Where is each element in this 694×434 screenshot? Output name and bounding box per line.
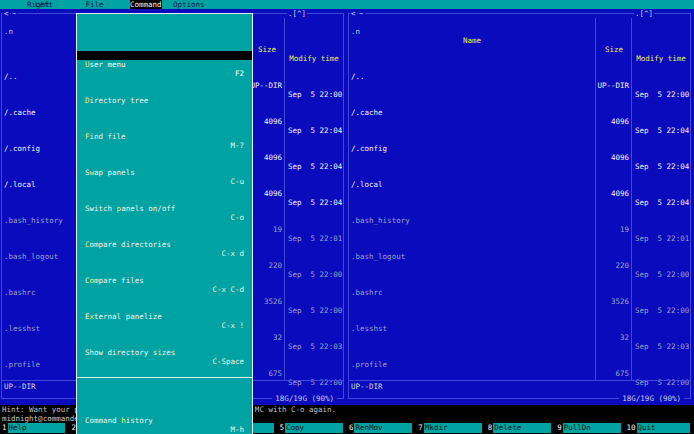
function-key-number: 7 <box>416 423 424 433</box>
menu-item-label: Swap panels <box>85 168 135 177</box>
menu-item[interactable]: User menu F2 <box>77 51 252 60</box>
file-row[interactable]: .lesshst 32 Sep 5 22:03 <box>349 315 692 324</box>
free-space-indicator: 18G/19G (90%) <box>619 394 684 403</box>
file-modify-time: Sep 5 22:01 <box>635 234 689 243</box>
file-row[interactable]: .bash_logout 220 Sep 5 22:00 <box>349 243 692 252</box>
file-size: 19 <box>595 225 629 234</box>
file-size: 4096 <box>595 153 629 162</box>
file-modify-time: Sep 5 22:04 <box>288 198 342 207</box>
file-row[interactable]: .bashrc 3526 Sep 5 22:00 <box>349 279 692 288</box>
file-name: .profile <box>351 360 387 369</box>
file-size: UP--DIR <box>595 81 629 90</box>
menu-item-shortcut: M-h <box>230 425 244 434</box>
panel-header: .n Name Size Modify time <box>349 18 692 27</box>
menu-item-label: Directory tree <box>85 96 148 105</box>
menu-item-label: Find file <box>85 132 126 141</box>
function-key-button[interactable]: 9 PullDn <box>555 423 624 433</box>
function-key-button[interactable]: 7 Mkdir <box>416 423 485 433</box>
file-modify-time: Sep 5 22:03 <box>635 342 689 351</box>
cd-up-icon[interactable]: .[^] <box>634 9 654 18</box>
menu-item-label: Compare directories <box>85 240 171 249</box>
file-row[interactable]: .bash_history 19 Sep 5 22:01 <box>349 207 692 216</box>
menu-item[interactable]: Directory tree <box>77 87 252 96</box>
file-name: /.local <box>351 180 383 189</box>
file-name: /.config <box>4 144 40 153</box>
file-name: .bash_logout <box>351 252 405 261</box>
menu-item-label: Compare files <box>85 276 144 285</box>
menu-item-shortcut: C-o <box>230 213 244 222</box>
file-name: /.local <box>4 180 36 189</box>
file-panel-right: < ~ .[^] .n Name Size Modify time /.. UP… <box>347 9 694 405</box>
file-row[interactable]: /.cache 4096 Sep 5 22:04 <box>349 99 692 108</box>
file-name: .bash_logout <box>4 252 58 261</box>
file-size: 4096 <box>248 117 282 126</box>
function-key-button[interactable]: 6 RenMov <box>347 423 416 433</box>
function-key-number: 5 <box>278 423 286 433</box>
file-modify-time: Sep 5 22:04 <box>635 198 689 207</box>
mini-status-separator <box>349 380 691 381</box>
menu-item[interactable]: Compare files C-x C-d <box>77 267 252 276</box>
file-row[interactable]: /.. UP--DIR Sep 5 22:00 <box>349 63 692 72</box>
menu-item[interactable] <box>77 375 252 380</box>
file-modify-time: Sep 5 22:00 <box>635 306 689 315</box>
function-key-label: Delete <box>493 423 551 433</box>
file-size: 220 <box>595 261 629 270</box>
file-size: 32 <box>595 333 629 342</box>
function-key-button[interactable]: 10 Quit <box>625 423 694 433</box>
file-row[interactable]: /.local 4096 Sep 5 22:04 <box>349 171 692 180</box>
file-row[interactable]: .profile 675 Sep 5 22:00 <box>349 351 692 360</box>
history-back-icon[interactable]: < <box>3 9 10 18</box>
file-name: /.cache <box>4 108 36 117</box>
file-name: .bashrc <box>4 288 36 297</box>
file-modify-time: Sep 5 22:03 <box>288 342 342 351</box>
midnight-commander-screen: Left File Command Options Right < ~ .[^]… <box>0 0 694 434</box>
file-name: /.config <box>351 144 387 153</box>
menu-item[interactable]: Command history M-h <box>77 407 252 416</box>
menu-item-label: External panelize <box>85 312 162 321</box>
file-modify-time: Sep 5 22:04 <box>288 126 342 135</box>
file-modify-time: Sep 5 22:01 <box>288 234 342 243</box>
file-name: /.. <box>351 72 365 81</box>
function-key-button[interactable]: 8 Delete <box>486 423 555 433</box>
menu-bar-item[interactable]: File <box>74 0 115 9</box>
function-key-label: Mkdir <box>424 423 482 433</box>
file-modify-time: Sep 5 22:00 <box>288 306 342 315</box>
command-menu-dropdown: User menu F2 Directory tree Find file M-… <box>76 13 253 434</box>
file-name: /.. <box>4 72 18 81</box>
file-row[interactable]: /.config 4096 Sep 5 22:04 <box>349 135 692 144</box>
menu-item-shortcut: C-x C-d <box>212 285 244 294</box>
file-name: .bash_history <box>4 216 63 225</box>
file-size: UP--DIR <box>248 81 282 90</box>
history-back-icon[interactable]: < <box>350 9 357 18</box>
menu-item-shortcut: C-Space <box>212 357 244 366</box>
menu-item[interactable]: Compare directories C-x d <box>77 231 252 240</box>
menu-bar-item[interactable]: Right <box>27 0 50 9</box>
function-key-button[interactable]: 5 Copy <box>278 423 347 433</box>
function-key-number: 8 <box>486 423 494 433</box>
menu-item-label: Show directory sizes <box>85 348 175 357</box>
menu-item-label: User menu <box>85 60 126 69</box>
menu-item[interactable]: Swap panels C-u <box>77 159 252 168</box>
file-modify-time: Sep 5 22:04 <box>288 162 342 171</box>
file-size: 32 <box>248 333 282 342</box>
menu-item[interactable]: Find file M-? <box>77 123 252 132</box>
file-name: /.cache <box>351 108 383 117</box>
menu-bar-item[interactable]: Command <box>130 0 162 9</box>
file-modify-time: Sep 5 22:04 <box>635 126 689 135</box>
menu-item-shortcut: F2 <box>235 69 244 78</box>
panel-path[interactable]: ~ <box>358 9 365 18</box>
function-key-number: 1 <box>0 423 8 433</box>
menu-item[interactable]: Show directory sizes C-Space <box>77 339 252 348</box>
function-key-button[interactable]: 1 Help <box>0 423 69 433</box>
menu-item-label: Command history <box>85 416 153 425</box>
file-modify-time: Sep 5 22:04 <box>635 162 689 171</box>
menu-item[interactable]: External panelize C-x ! <box>77 303 252 312</box>
file-size: 4096 <box>595 189 629 198</box>
menu-item[interactable]: Switch panels on/off C-o <box>77 195 252 204</box>
function-key-label: Help <box>8 423 66 433</box>
cd-up-icon[interactable]: .[^] <box>287 9 307 18</box>
menu-bar-item[interactable]: Options <box>173 0 205 9</box>
file-name: .lesshst <box>4 324 40 333</box>
file-size: 675 <box>595 369 629 378</box>
panel-path[interactable]: ~ <box>11 9 18 18</box>
